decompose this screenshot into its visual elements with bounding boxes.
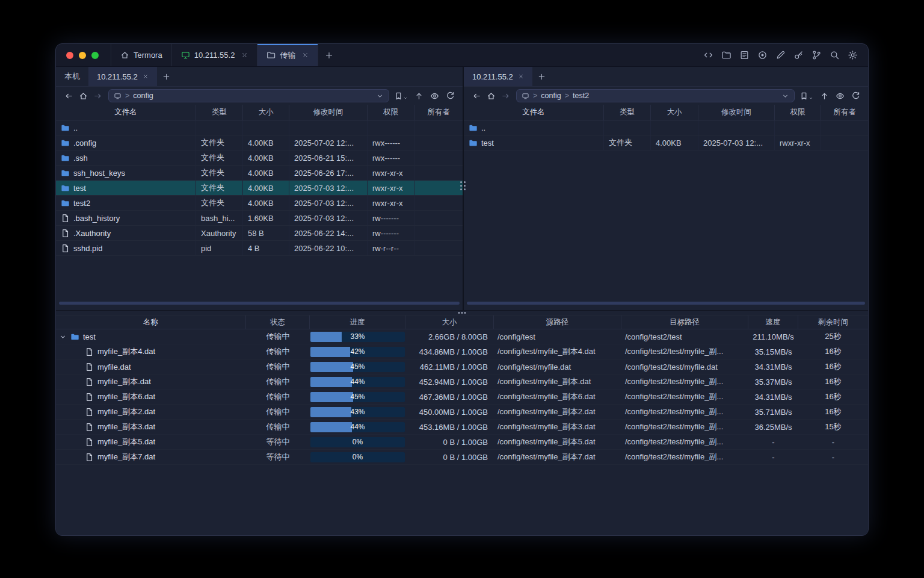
file-row[interactable]: sshd.pid pid 4 B 2025-06-22 10:... rw-r-… [56, 241, 463, 256]
column-header-source[interactable]: 源路径 [494, 315, 621, 329]
column-header-name[interactable]: 文件名 [464, 105, 604, 120]
new-panel-tab-button[interactable] [532, 67, 552, 86]
column-header-speed[interactable]: 速度 [748, 315, 798, 329]
column-header-size[interactable]: 大小 [243, 105, 289, 120]
column-header-perm[interactable]: 权限 [368, 105, 414, 120]
refresh-icon[interactable] [446, 92, 455, 101]
transfer-row[interactable]: myfile_副本7.dat 等待中 0% 0 B / 1.00GB /conf… [56, 450, 868, 465]
close-window-button[interactable] [66, 52, 73, 59]
file-row-parent-dir[interactable]: .. [56, 120, 463, 135]
file-row[interactable]: test 文件夹 4.00KB 2025-07-03 12:... rwxr-x… [464, 135, 868, 151]
column-header-progress[interactable]: 进度 [310, 315, 405, 329]
close-icon[interactable] [143, 73, 149, 79]
file-row[interactable]: .config 文件夹 4.00KB 2025-07-02 12:... rwx… [56, 135, 463, 151]
column-header-name[interactable]: 文件名 [56, 105, 196, 120]
right-file-panel: 10.211.55.2 > config > test2 [464, 67, 868, 310]
horizontal-scrollbar[interactable] [467, 302, 865, 305]
horizontal-scrollbar[interactable] [59, 302, 460, 305]
column-header-status[interactable]: 状态 [246, 315, 310, 329]
column-header-eta[interactable]: 剩余时间 [798, 315, 868, 329]
upload-icon[interactable] [820, 92, 829, 101]
minimize-window-button[interactable] [79, 52, 86, 59]
transfer-source-path: /config/test/myfile_副本.dat [494, 374, 621, 389]
upload-icon[interactable] [414, 92, 424, 101]
close-icon[interactable] [518, 73, 524, 79]
chevron-down-icon[interactable] [376, 92, 384, 100]
breadcrumb-item[interactable]: test2 [573, 92, 589, 100]
tab-local[interactable]: 本机 [56, 67, 88, 86]
file-mtime: 2025-07-03 12:... [289, 211, 368, 225]
branch-icon[interactable] [812, 50, 822, 60]
tab-ssh-session[interactable]: 10.211.55.2 [172, 44, 258, 66]
chevron-down-icon[interactable] [59, 333, 67, 341]
file-row[interactable]: .Xauthority Xauthority 58 B 2025-06-22 1… [56, 226, 463, 241]
transfer-row[interactable]: myfile_副本.dat 传输中 44% 452.94MB / 1.00GB … [56, 374, 868, 390]
file-row[interactable]: ssh_host_keys 文件夹 4.00KB 2025-06-26 17:.… [56, 166, 463, 181]
column-header-owner[interactable]: 所有者 [414, 105, 463, 120]
tab-remote-host[interactable]: 10.211.55.2 [88, 67, 157, 86]
column-header-type[interactable]: 类型 [196, 105, 243, 120]
home-icon[interactable] [76, 89, 90, 103]
column-header-owner[interactable]: 所有者 [821, 105, 868, 120]
key-icon[interactable] [793, 50, 804, 60]
back-icon[interactable] [61, 89, 76, 103]
file-perm: rwxr-xr-x [368, 181, 414, 195]
path-breadcrumb[interactable]: > config > test2 [516, 89, 795, 102]
forward-icon[interactable] [498, 89, 513, 103]
home-icon[interactable] [484, 89, 498, 103]
transfer-row[interactable]: myfile_副本3.dat 传输中 44% 453.16MB / 1.00GB… [56, 420, 868, 435]
back-icon[interactable] [469, 89, 484, 103]
splitter-grip-icon[interactable] [458, 312, 466, 314]
show-hidden-eye-icon[interactable] [430, 92, 439, 101]
transfer-row[interactable]: myfile_副本4.dat 传输中 42% 434.86MB / 1.00GB… [56, 344, 868, 359]
bookmark-icon[interactable] [799, 92, 813, 101]
column-header-type[interactable]: 类型 [604, 105, 651, 120]
transfer-row[interactable]: myfile_副本6.dat 传输中 45% 467.36MB / 1.00GB… [56, 390, 868, 405]
settings-gear-icon[interactable] [848, 50, 858, 60]
file-row[interactable]: test2 文件夹 4.00KB 2025-07-03 12:... rwxr-… [56, 196, 463, 211]
column-header-mtime[interactable]: 修改时间 [289, 105, 368, 120]
transfer-row-folder[interactable]: test 传输中 33% 2.66GB / 8.00GB /config/tes… [56, 329, 868, 344]
file-row-parent-dir[interactable]: .. [464, 120, 868, 135]
new-tab-button[interactable] [318, 44, 340, 66]
column-header-target[interactable]: 目标路径 [621, 315, 748, 329]
terminal-icon [181, 51, 190, 60]
file-row[interactable]: .bash_history bash_hi... 1.60KB 2025-07-… [56, 211, 463, 226]
breadcrumb-item[interactable]: config [133, 92, 153, 100]
code-icon[interactable] [703, 50, 713, 60]
folder-icon[interactable] [721, 50, 732, 60]
tab-transfer[interactable]: 传输 [257, 44, 318, 66]
column-header-perm[interactable]: 权限 [775, 105, 821, 120]
search-icon[interactable] [830, 50, 840, 60]
tab-termora-home[interactable]: Termora [111, 44, 172, 66]
column-header-size[interactable]: 大小 [405, 315, 494, 329]
column-header-size[interactable]: 大小 [651, 105, 698, 120]
column-header-name[interactable]: 名称 [56, 315, 246, 329]
splitter-grip-icon[interactable] [460, 181, 466, 190]
file-row[interactable]: .ssh 文件夹 4.00KB 2025-06-21 15:... rwx---… [56, 151, 463, 166]
column-header-mtime[interactable]: 修改时间 [698, 105, 775, 120]
path-breadcrumb[interactable]: > config [108, 89, 389, 102]
transfer-row[interactable]: myfile_副本2.dat 传输中 43% 450.00MB / 1.00GB… [56, 405, 868, 420]
file-icon [85, 362, 94, 371]
journal-icon[interactable] [739, 50, 750, 60]
tab-label: Termora [134, 51, 162, 60]
forward-icon[interactable] [90, 89, 105, 103]
breadcrumb-item[interactable]: config [541, 92, 561, 100]
close-icon[interactable] [241, 52, 248, 58]
maximize-window-button[interactable] [91, 52, 99, 59]
file-row-selected[interactable]: test 文件夹 4.00KB 2025-07-03 12:... rwxr-x… [56, 181, 463, 196]
record-icon[interactable] [757, 50, 768, 60]
edit-icon[interactable] [775, 50, 786, 60]
new-panel-tab-button[interactable] [157, 67, 176, 86]
close-icon[interactable] [302, 52, 309, 58]
chevron-down-icon[interactable] [781, 92, 789, 100]
show-hidden-eye-icon[interactable] [836, 92, 845, 101]
transfer-row[interactable]: myfile_副本5.dat 等待中 0% 0 B / 1.00GB /conf… [56, 435, 868, 450]
refresh-icon[interactable] [851, 92, 860, 101]
tab-remote-host[interactable]: 10.211.55.2 [464, 67, 532, 86]
file-size: 4.00KB [243, 135, 289, 150]
transfer-row[interactable]: myfile.dat 传输中 45% 462.11MB / 1.00GB /co… [56, 359, 868, 374]
bookmark-icon[interactable] [394, 92, 408, 101]
tab-label: 10.211.55.2 [472, 72, 513, 81]
